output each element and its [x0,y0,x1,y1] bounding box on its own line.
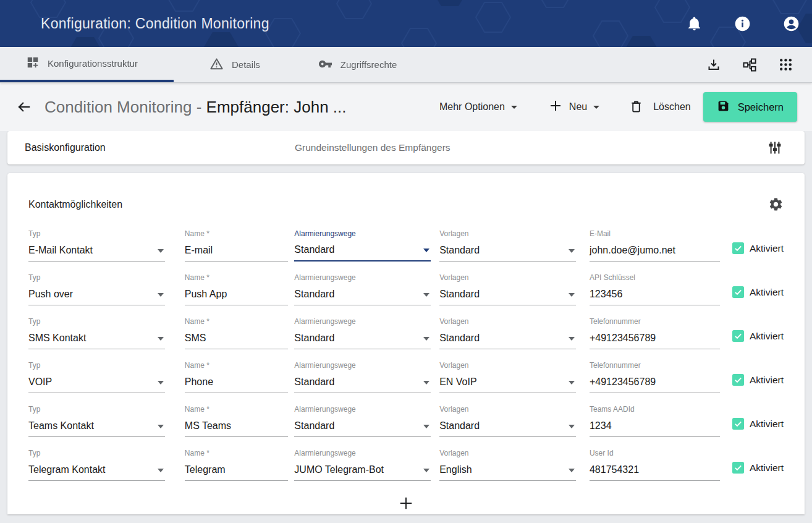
name-input[interactable]: Name * MS Teams [185,404,289,437]
alarmierungswege-select[interactable]: Alarmierungswege Standard [294,360,431,393]
sliders-icon[interactable] [768,140,782,155]
name-input[interactable]: Name * SMS [185,316,289,349]
field-label: Alarmierungswege [294,404,431,414]
field-value: English [439,464,472,475]
extra-input[interactable]: Teams AADId 1234 [590,404,720,437]
tab-zugriffsrechte[interactable]: Zugriffsrechte [315,47,400,82]
checkbox-check-icon[interactable] [732,418,744,430]
chevron-down-icon [158,469,164,472]
extra-input[interactable]: Telefonnummer +49123456789 [590,316,720,349]
name-input[interactable]: Name * E-mail [185,228,289,262]
typ-select[interactable]: Typ Teams Kontakt [28,404,165,437]
alarmierungswege-select[interactable]: Alarmierungswege JUMO Telegram-Bot [294,448,431,481]
back-arrow-icon[interactable] [16,99,32,115]
bell-icon[interactable] [687,16,702,32]
chevron-down-icon [423,381,429,385]
page-title: Konfiguration: Condition Monitoring [41,15,269,32]
aktiviert-checkbox[interactable]: Aktiviert [732,286,784,298]
name-input[interactable]: Name * Push App [185,272,289,305]
save-button[interactable]: Speichern [703,92,797,122]
vorlagen-select[interactable]: Vorlagen EN VoIP [439,360,576,393]
field-label: Vorlagen [439,448,576,457]
apps-grid-icon[interactable] [778,57,793,72]
field-value: VOIP [28,376,52,388]
field-label: Alarmierungswege [294,316,431,326]
aktiviert-checkbox[interactable]: Aktiviert [732,462,784,474]
field-value: Telegram Kontakt [28,464,106,475]
alarmierungswege-select[interactable]: Alarmierungswege Standard [294,272,431,305]
key-icon [318,57,332,73]
section-title: Basiskonfiguration [25,142,106,153]
vorlagen-select[interactable]: Vorlagen Standard [439,316,576,349]
vorlagen-select[interactable]: Vorlagen English [439,448,576,481]
new-button[interactable]: Neu [548,98,599,116]
extra-input[interactable]: Telefonnummer +49123456789 [590,360,720,393]
typ-select[interactable]: Typ SMS Kontakt [28,316,165,349]
info-icon[interactable] [734,15,751,32]
extra-input[interactable]: API Schlüssel 123456 [590,272,720,305]
gear-icon[interactable] [768,197,784,212]
tab-details[interactable]: Details [206,47,264,82]
checkbox-label: Aktiviert [750,375,784,386]
contact-row: Typ Teams Kontakt Name * MS Teams Alarmi… [28,404,784,437]
field-value: 1234 [590,420,612,432]
breadcrumb-title: Condition Monitoring - Empfänger: John .… [44,98,346,117]
typ-select[interactable]: Typ Push over [28,272,165,305]
name-input[interactable]: Name * Phone [185,360,289,393]
field-label: Vorlagen [439,316,576,326]
vorlagen-select[interactable]: Vorlagen Standard [439,272,576,305]
account-icon[interactable] [783,15,800,32]
save-icon [717,100,730,115]
trash-icon [629,99,643,116]
aktiviert-checkbox[interactable]: Aktiviert [732,374,784,386]
tab-konfigurationsstruktur[interactable]: Konfigurationsstruktur [0,47,174,82]
checkbox-check-icon[interactable] [732,374,744,386]
dashboard-icon [26,56,40,71]
checkbox-check-icon[interactable] [732,242,744,254]
name-input[interactable]: Name * Telegram [185,448,289,481]
field-label: Alarmierungswege [294,272,431,282]
checkbox-check-icon[interactable] [732,330,744,342]
save-label: Speichern [738,101,784,113]
checkbox-check-icon[interactable] [732,286,744,298]
field-value: Phone [185,376,213,388]
field-label: User Id [590,448,720,457]
extra-input[interactable]: User Id 481754321 [590,448,720,481]
alarmierungswege-select[interactable]: Alarmierungswege Standard [294,228,431,262]
chevron-down-icon [158,293,164,297]
breadcrumb-current: Empfänger: John ... [206,98,347,116]
tab-bar: Konfigurationsstruktur Details Zugriffsr… [0,47,812,83]
download-icon[interactable] [706,57,721,72]
aktiviert-checkbox[interactable]: Aktiviert [732,418,784,430]
aktiviert-checkbox[interactable]: Aktiviert [732,330,784,342]
chevron-down-icon [593,106,599,109]
field-label: Typ [28,316,165,326]
field-value: E-mail [185,245,213,256]
alarmierungswege-select[interactable]: Alarmierungswege Standard [294,404,431,437]
plus-icon [548,98,563,116]
typ-select[interactable]: Typ Telegram Kontakt [28,448,165,481]
field-label: Typ [28,404,165,414]
chevron-down-icon [569,249,575,253]
tab-label: Konfigurationsstruktur [48,58,138,69]
field-label: Alarmierungswege [294,448,431,457]
section-basiskonfiguration[interactable]: Basiskonfiguration Grundeinstellungen de… [7,131,805,164]
typ-select[interactable]: Typ E-Mail Kontakt [28,228,165,262]
typ-select[interactable]: Typ VOIP [28,360,165,393]
aktiviert-checkbox[interactable]: Aktiviert [732,242,784,254]
vorlagen-select[interactable]: Vorlagen Standard [439,404,576,437]
field-label: Vorlagen [439,228,576,238]
new-label: Neu [569,101,587,113]
checkbox-check-icon[interactable] [732,462,744,474]
alarmierungswege-select[interactable]: Alarmierungswege Standard [294,316,431,349]
vorlagen-select[interactable]: Vorlagen Standard [439,228,576,262]
field-value: 123456 [590,289,622,300]
more-options-button[interactable]: Mehr Optionen [439,101,517,113]
field-label: Alarmierungswege [294,228,431,238]
schema-icon[interactable] [742,57,757,72]
add-contact-button[interactable] [392,491,420,515]
chevron-down-icon [423,249,429,252]
delete-button[interactable]: Löschen [629,99,691,116]
field-label: Typ [28,272,165,282]
extra-input[interactable]: E-Mail john.doe@jumo.net [590,228,720,262]
